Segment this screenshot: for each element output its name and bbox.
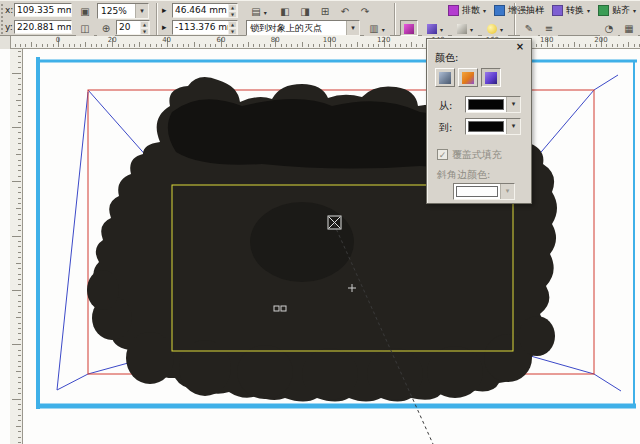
color-mode-buttons [435, 68, 501, 87]
vanishing-point-x-value: 46.464 mm [173, 4, 228, 17]
ruler-corner [0, 36, 10, 49]
y-label: y: [5, 20, 13, 34]
mirror-icon-button[interactable]: ◫ [76, 20, 94, 36]
to-label: 到: [439, 121, 452, 134]
ruler-label: 40 [160, 36, 174, 44]
ruler-label: 200 [594, 36, 608, 44]
extrude-lighting-button[interactable]: ▾ [482, 20, 508, 36]
toolbar-button-label: 转换 [566, 4, 584, 17]
toolbar-button-snap[interactable]: 贴齐▾ [598, 4, 636, 17]
chevron-down-icon[interactable]: ▾ [346, 21, 359, 35]
chevron-down-icon: ▾ [633, 7, 636, 14]
grid-button[interactable]: ⊞ [316, 3, 334, 19]
vertical-ruler[interactable] [10, 49, 23, 444]
page-dropdown-button[interactable]: ▤ ▾ [246, 3, 272, 19]
object-lump [87, 270, 119, 310]
bevel-color-picker: ▾ [453, 183, 515, 200]
toolbar-button-label: 增强抽样 [508, 4, 544, 17]
toolbar-button-dither[interactable]: 排散▾ [448, 4, 486, 17]
toolbar-separator [156, 3, 158, 35]
toolbar-button-convert[interactable]: 转换▾ [552, 4, 590, 17]
redo-button[interactable]: ↷ [356, 3, 374, 19]
extrude-shading-button[interactable]: ▾ [422, 20, 448, 36]
vanishing-point-y-value: -113.376 mm [173, 21, 228, 34]
vanishing-point-mode-combo[interactable]: 锁到对象上的灭点 ▾ [246, 20, 360, 36]
object-lump [519, 316, 555, 356]
from-label: 从: [439, 99, 452, 112]
object-lump [237, 345, 293, 399]
clear-extrude-button[interactable]: ≡ [540, 20, 558, 36]
lightbulb-icon [487, 24, 497, 34]
drawing-canvas[interactable] [0, 49, 640, 444]
use-color-shading-button[interactable] [481, 68, 501, 87]
vanishing-point-x-field[interactable]: 46.464 mm ▲▼ [172, 3, 238, 18]
ruler-label: 100 [323, 36, 337, 44]
extrude-mode-button[interactable]: ◨ [296, 3, 314, 19]
zoom-level-value: 125% [98, 4, 135, 18]
chevron-down-icon[interactable]: ▾ [135, 4, 148, 18]
chevron-down-icon[interactable]: ▾ [506, 97, 520, 112]
object-shadow-center [250, 202, 354, 282]
convert-icon [552, 5, 563, 16]
more-tools-button[interactable]: ▦ [620, 20, 638, 36]
object-lump [367, 348, 423, 400]
app-window: x: 109.335 mm y: 220.881 mm ▣ ◫ 125% ▾ ⊕… [0, 0, 640, 444]
extrude-bevel-button[interactable]: ▾ [452, 20, 478, 36]
to-color-picker[interactable]: ▾ [465, 118, 521, 135]
from-color-swatch [468, 99, 504, 110]
vanishing-point-y-field[interactable]: -113.376 mm ▲▼ [172, 20, 238, 35]
shading-cube-icon [427, 24, 437, 34]
spinner-arrows-icon[interactable]: ▲▼ [228, 4, 237, 17]
zoom-level-combo[interactable]: 125% ▾ [97, 3, 149, 19]
options-button[interactable]: ◔ [600, 20, 618, 36]
horizontal-ruler[interactable]: 020406080100120140160180200 [10, 36, 640, 49]
to-color-swatch [468, 121, 504, 132]
x-label: x: [5, 3, 13, 17]
chevron-down-icon: ▾ [440, 26, 443, 33]
chevron-down-icon[interactable]: ▾ [506, 119, 520, 134]
toolbar-right-buttons: 排散▾增强抽样转换▾贴齐▾ [448, 3, 636, 18]
y-position-field[interactable]: 220.881 mm [14, 20, 72, 34]
toolbar-separator [394, 3, 396, 35]
object-lump [179, 340, 231, 396]
rotate-extrude-button[interactable]: ◧ [276, 3, 294, 19]
chevron-down-icon: ▾ [470, 26, 473, 33]
solid-color-icon [462, 72, 474, 84]
ruler-label: 60 [214, 36, 228, 44]
preset-icon-button[interactable]: ▣ [76, 3, 94, 19]
vp-y-icon: ▸ [162, 20, 167, 34]
enhance-sample-icon [494, 5, 505, 16]
use-object-fill-button[interactable] [435, 68, 455, 87]
toolbar-button-enhance-sample[interactable]: 增强抽样 [494, 4, 544, 17]
extrude-color-flyout: × 颜色: 从: ▾ 到: ▾ ✓ 覆盖式填充 斜角边颜色: [426, 38, 532, 204]
object-lump [302, 348, 358, 400]
vanishing-point-mode-value: 锁到对象上的灭点 [247, 21, 346, 35]
use-solid-color-button[interactable] [458, 68, 478, 87]
ruler-label: 20 [105, 36, 119, 44]
undo-button[interactable]: ↶ [336, 3, 354, 19]
drape-fill-label: 覆盖式填充 [452, 148, 502, 161]
extrude-depth-stepper[interactable]: 20 ▲▼ [116, 20, 150, 35]
from-color-picker[interactable]: ▾ [465, 96, 521, 113]
ruler-label: 120 [377, 36, 391, 44]
extrude-color-button[interactable] [400, 20, 418, 36]
toolbar-button-label: 排散 [462, 4, 480, 17]
ruler-label: 180 [540, 36, 554, 44]
color-section-label: 颜色: [435, 51, 458, 64]
snap-icon [598, 5, 609, 16]
object-lump [126, 332, 174, 384]
close-icon[interactable]: × [514, 41, 526, 53]
spinner-arrows-icon[interactable]: ▲▼ [140, 21, 149, 34]
drape-fill-checkbox: ✓ 覆盖式填充 [437, 148, 502, 161]
copy-properties-button[interactable]: ✎ [520, 20, 538, 36]
property-bar: x: 109.335 mm y: 220.881 mm ▣ ◫ 125% ▾ ⊕… [0, 0, 640, 36]
chevron-down-icon: ▾ [500, 26, 503, 33]
toolbar-grip[interactable] [1, 4, 4, 34]
x-position-field[interactable]: 109.335 mm [14, 3, 72, 17]
dither-icon [448, 5, 459, 16]
color-shading-icon [485, 72, 497, 84]
spinner-arrows-icon[interactable]: ▲▼ [228, 21, 237, 34]
color-wheel-icon [404, 24, 414, 34]
bevel-icon [457, 24, 467, 34]
copy-vp-button[interactable]: ▥ ▾ [364, 20, 390, 36]
